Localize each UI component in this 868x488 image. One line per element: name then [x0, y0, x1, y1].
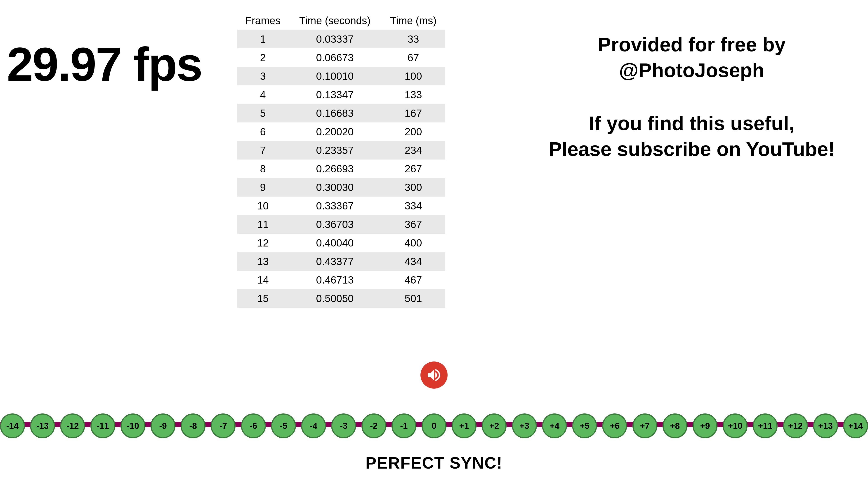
dot-connector [176, 425, 181, 427]
cell-ms: 234 [381, 141, 445, 160]
dot-circle: -11 [90, 414, 115, 438]
cell-frame: 3 [237, 67, 288, 86]
dot-circle: +8 [662, 414, 687, 438]
dot-circle: -12 [60, 414, 85, 438]
cell-seconds: 0.30030 [288, 178, 381, 197]
timeline-dot-item: -7 [211, 414, 236, 438]
timeline-dot-item: 0 [422, 414, 446, 438]
cell-ms: 33 [381, 30, 445, 48]
dot-circle: +7 [632, 414, 657, 438]
cell-seconds: 0.43377 [288, 252, 381, 271]
cell-seconds: 0.20020 [288, 123, 381, 141]
timeline-dot-item: -4 [301, 414, 326, 438]
timeline-dot-item: +1 [452, 414, 476, 438]
promo-area: Provided for free by @PhotoJoseph If you… [533, 32, 850, 162]
timeline-dot-item: +2 [482, 414, 506, 438]
dot-circle: -6 [241, 414, 266, 438]
dot-circle: -5 [271, 414, 296, 438]
dot-connector [386, 425, 392, 427]
table-row: 1 0.03337 33 [237, 30, 445, 48]
dot-circle: +1 [452, 414, 476, 438]
cell-ms: 300 [381, 178, 445, 197]
timeline-dot-item: +11 [753, 414, 778, 438]
cell-ms: 267 [381, 160, 445, 178]
cell-ms: 501 [381, 289, 445, 308]
timeline-dot-item: +13 [813, 414, 838, 438]
cell-ms: 434 [381, 252, 445, 271]
dot-circle: -10 [121, 414, 145, 438]
dot-connector [446, 425, 452, 427]
table-row: 13 0.43377 434 [237, 252, 445, 271]
speaker-icon-container [421, 361, 447, 389]
timeline-dots: -14-13-12-11-10-9-8-7-6-5-4-3-2-10+1+2+3… [0, 414, 868, 438]
dot-connector [476, 425, 482, 427]
dot-circle: -1 [392, 414, 416, 438]
dot-circle: -13 [30, 414, 55, 438]
dot-connector [326, 425, 331, 427]
dot-connector [25, 425, 30, 427]
cell-ms: 200 [381, 123, 445, 141]
cell-seconds: 0.23357 [288, 141, 381, 160]
table-row: 7 0.23357 234 [237, 141, 445, 160]
table-row: 15 0.50050 501 [237, 289, 445, 308]
dot-circle: +13 [813, 414, 838, 438]
dot-connector [266, 425, 271, 427]
cell-ms: 467 [381, 271, 445, 289]
cell-frame: 13 [237, 252, 288, 271]
cell-seconds: 0.06673 [288, 48, 381, 67]
timeline-dot-item: -6 [241, 414, 266, 438]
timeline-dot-item: -13 [30, 414, 55, 438]
dot-circle: -7 [211, 414, 236, 438]
dot-connector [597, 425, 602, 427]
perfect-sync-label: PERFECT SYNC! [366, 454, 502, 472]
cell-frame: 2 [237, 48, 288, 67]
dot-connector [145, 425, 151, 427]
cell-seconds: 0.03337 [288, 30, 381, 48]
cell-ms: 367 [381, 215, 445, 234]
dot-circle: +10 [723, 414, 747, 438]
dot-circle: -9 [151, 414, 176, 438]
cell-frame: 15 [237, 289, 288, 308]
timeline-dot-item: +3 [512, 414, 537, 438]
table-row: 10 0.33367 334 [237, 197, 445, 215]
dot-connector [506, 425, 512, 427]
cell-ms: 133 [381, 86, 445, 104]
cell-ms: 67 [381, 48, 445, 67]
timeline-dot-item: -9 [151, 414, 176, 438]
cell-seconds: 0.33367 [288, 197, 381, 215]
cell-seconds: 0.10010 [288, 67, 381, 86]
dot-connector [567, 425, 572, 427]
col-header-ms: Time (ms) [381, 11, 445, 30]
timeline-dot-item: +4 [542, 414, 567, 438]
cell-frame: 7 [237, 141, 288, 160]
dot-connector [296, 425, 301, 427]
frame-timing-table: Frames Time (seconds) Time (ms) 1 0.0333… [237, 11, 445, 308]
cell-frame: 5 [237, 104, 288, 123]
dot-circle: 0 [422, 414, 446, 438]
dot-connector [657, 425, 662, 427]
dot-connector [627, 425, 632, 427]
table-row: 9 0.30030 300 [237, 178, 445, 197]
dot-circle: -2 [362, 414, 386, 438]
table-header-row: Frames Time (seconds) Time (ms) [237, 11, 445, 30]
cell-frame: 1 [237, 30, 288, 48]
dot-connector [808, 425, 813, 427]
cell-frame: 6 [237, 123, 288, 141]
dot-circle: +4 [542, 414, 567, 438]
cell-frame: 14 [237, 271, 288, 289]
timeline-dot-item: +8 [662, 414, 687, 438]
cell-frame: 10 [237, 197, 288, 215]
cell-frame: 11 [237, 215, 288, 234]
fps-display: 29.97 fps [7, 41, 202, 88]
dot-connector [416, 425, 422, 427]
table-container: Frames Time (seconds) Time (ms) 1 0.0333… [237, 11, 445, 308]
dot-circle: +6 [602, 414, 627, 438]
timeline-dot-item: -12 [60, 414, 85, 438]
timeline-dot-item: -14 [0, 414, 25, 438]
timeline-dot-item: -2 [362, 414, 386, 438]
dot-connector [717, 425, 723, 427]
cell-seconds: 0.50050 [288, 289, 381, 308]
table-row: 12 0.40040 400 [237, 234, 445, 252]
dot-connector [85, 425, 90, 427]
cell-ms: 167 [381, 104, 445, 123]
